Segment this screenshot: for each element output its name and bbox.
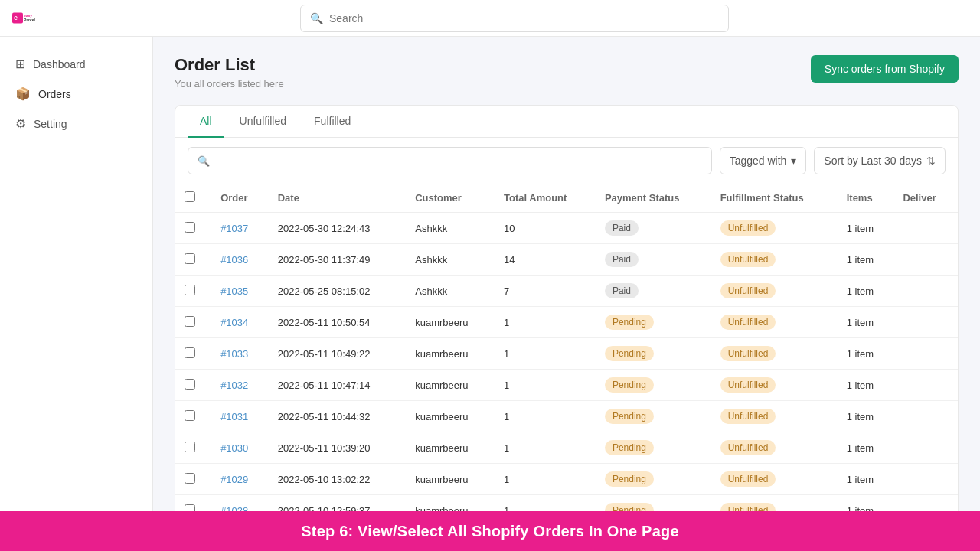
row-customer: Ashkkk (406, 244, 495, 276)
order-link[interactable]: #1032 (220, 380, 248, 391)
row-checkbox[interactable] (175, 338, 211, 370)
sidebar-item-setting[interactable]: ⚙ Setting (0, 109, 152, 139)
row-order: #1029 (211, 464, 269, 495)
row-fulfillment-status: Unfulfilled (711, 244, 838, 276)
table-row: #1033 2022-05-11 10:49:22 kuamrbeeru 1 P… (175, 338, 958, 370)
row-checkbox[interactable] (175, 307, 211, 338)
col-order: Order (211, 184, 269, 213)
row-items: 1 item (838, 338, 894, 370)
table-row: #1036 2022-05-30 11:37:49 Ashkkk 14 Paid… (175, 244, 958, 276)
order-link[interactable]: #1030 (220, 442, 248, 454)
row-select-checkbox[interactable] (185, 473, 195, 484)
row-checkbox[interactable] (175, 495, 211, 512)
row-delivery (893, 370, 958, 401)
row-total: 10 (495, 213, 596, 244)
fulfillment-status-badge: Unfulfilled (720, 503, 776, 511)
fulfillment-status-badge: Unfulfilled (720, 346, 776, 361)
row-items: 1 item (838, 370, 894, 401)
tab-all[interactable]: All (188, 106, 224, 138)
row-total: 1 (495, 338, 596, 370)
row-fulfillment-status: Unfulfilled (711, 432, 838, 464)
row-delivery (893, 307, 958, 338)
svg-text:Parcel: Parcel (24, 18, 36, 22)
sidebar-item-dashboard[interactable]: ⊞ Dashboard (0, 49, 152, 79)
row-payment-status: Pending (596, 495, 711, 512)
order-card: All Unfulfilled Fulfilled 🔍 Tagged with … (175, 105, 959, 511)
bottom-banner-text: Step 6: View/Select All Shopify Orders I… (301, 523, 678, 540)
row-checkbox[interactable] (175, 276, 211, 307)
row-customer: kuamrbeeru (406, 495, 495, 512)
row-date: 2022-05-10 12:59:37 (269, 495, 407, 512)
search-bar[interactable]: 🔍 (300, 5, 729, 32)
row-checkbox[interactable] (175, 213, 211, 244)
row-fulfillment-status: Unfulfilled (711, 401, 838, 432)
sidebar-item-orders[interactable]: 📦 Orders (0, 79, 152, 109)
sync-button[interactable]: Sync orders from Shopify (811, 55, 959, 83)
row-checkbox[interactable] (175, 244, 211, 276)
row-items: 1 item (838, 401, 894, 432)
row-select-checkbox[interactable] (185, 379, 195, 390)
payment-status-badge: Pending (605, 440, 654, 455)
row-checkbox[interactable] (175, 401, 211, 432)
tabs-bar: All Unfulfilled Fulfilled (175, 106, 958, 138)
row-payment-status: Paid (596, 276, 711, 307)
select-all-checkbox[interactable] (185, 191, 195, 202)
row-select-checkbox[interactable] (185, 442, 195, 452)
row-select-checkbox[interactable] (185, 316, 195, 327)
row-delivery (893, 338, 958, 370)
row-select-checkbox[interactable] (185, 222, 195, 233)
order-link[interactable]: #1034 (220, 317, 248, 328)
row-items: 1 item (838, 432, 894, 464)
fulfillment-status-badge: Unfulfilled (720, 283, 776, 298)
row-date: 2022-05-11 10:47:14 (269, 370, 407, 401)
row-fulfillment-status: Unfulfilled (711, 276, 838, 307)
table-body: #1037 2022-05-30 12:24:43 Ashkkk 10 Paid… (175, 213, 958, 512)
row-checkbox[interactable] (175, 370, 211, 401)
row-date: 2022-05-11 10:50:54 (269, 307, 407, 338)
tab-fulfilled[interactable]: Fulfilled (302, 106, 363, 138)
row-order: #1031 (211, 401, 269, 432)
table-row: #1034 2022-05-11 10:50:54 kuamrbeeru 1 P… (175, 307, 958, 338)
row-select-checkbox[interactable] (185, 253, 195, 264)
row-total: 1 (495, 432, 596, 464)
row-date: 2022-05-10 13:02:22 (269, 464, 407, 495)
row-select-checkbox[interactable] (185, 504, 195, 512)
logo: e easy Parcel (12, 7, 43, 30)
row-customer: kuamrbeeru (406, 432, 495, 464)
row-select-checkbox[interactable] (185, 347, 195, 358)
row-order: #1028 (211, 495, 269, 512)
fulfillment-status-badge: Unfulfilled (720, 409, 776, 424)
sort-button[interactable]: Sort by Last 30 days ⇅ (814, 147, 946, 174)
bottom-banner: Step 6: View/Select All Shopify Orders I… (0, 511, 980, 551)
order-link[interactable]: #1036 (220, 254, 248, 266)
order-link[interactable]: #1031 (220, 411, 248, 422)
search-input[interactable] (329, 12, 719, 24)
tagged-with-button[interactable]: Tagged with ▾ (720, 147, 807, 174)
row-select-checkbox[interactable] (185, 410, 195, 421)
tab-unfulfilled[interactable]: Unfulfilled (227, 106, 299, 138)
order-link[interactable]: #1035 (220, 285, 248, 297)
col-delivery: Deliver (893, 184, 958, 213)
row-order: #1033 (211, 338, 269, 370)
table-row: #1028 2022-05-10 12:59:37 kuamrbeeru 1 P… (175, 495, 958, 512)
row-checkbox[interactable] (175, 432, 211, 464)
order-link[interactable]: #1037 (220, 223, 248, 234)
order-link[interactable]: #1028 (220, 505, 248, 512)
sidebar: ⊞ Dashboard 📦 Orders ⚙ Setting (0, 37, 153, 511)
row-checkbox[interactable] (175, 464, 211, 495)
row-customer: kuamrbeeru (406, 370, 495, 401)
order-link[interactable]: #1029 (220, 474, 248, 485)
filter-search-box[interactable]: 🔍 (188, 147, 712, 174)
sidebar-label-dashboard: Dashboard (33, 58, 86, 70)
row-fulfillment-status: Unfulfilled (711, 370, 838, 401)
order-link[interactable]: #1033 (220, 348, 248, 360)
row-date: 2022-05-25 08:15:02 (269, 276, 407, 307)
row-payment-status: Pending (596, 401, 711, 432)
tagged-chevron-icon: ▾ (791, 155, 796, 167)
col-fulfillment: Fulfillment Status (711, 184, 838, 213)
row-select-checkbox[interactable] (185, 285, 195, 295)
filter-search-input[interactable] (216, 155, 702, 167)
payment-status-badge: Pending (605, 503, 654, 511)
page-header: Order List You all orders listed here Sy… (175, 55, 959, 90)
row-total: 1 (495, 370, 596, 401)
